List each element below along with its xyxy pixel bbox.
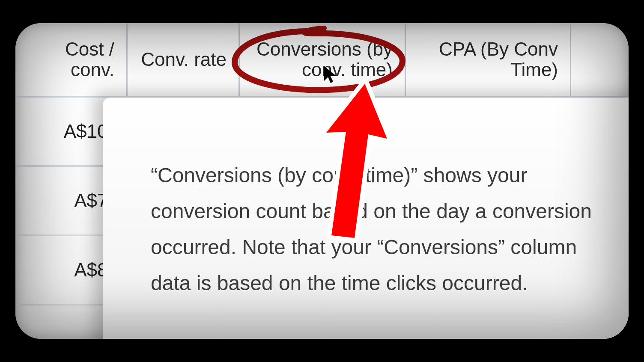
column-header-spacer <box>571 23 629 96</box>
column-header-conversions-by-conv-time[interactable]: Conversions (by conv. time) <box>240 23 406 96</box>
column-header-cpa-by-conv-time[interactable]: CPA (By Conv Time) <box>406 23 571 96</box>
column-header-conv-rate[interactable]: Conv. rate <box>128 23 240 96</box>
tooltip-card: “Conversions (by conv. time)” shows your… <box>103 98 629 339</box>
column-header-cost-per-conv[interactable]: Cost / conv. <box>15 23 128 96</box>
table-header-row: Cost / conv. Conv. rate Conversions (by … <box>15 23 629 98</box>
tooltip-text: “Conversions (by conv. time)” shows your… <box>151 164 592 294</box>
screenshot-frame: Cost / conv. Conv. rate Conversions (by … <box>15 23 629 339</box>
